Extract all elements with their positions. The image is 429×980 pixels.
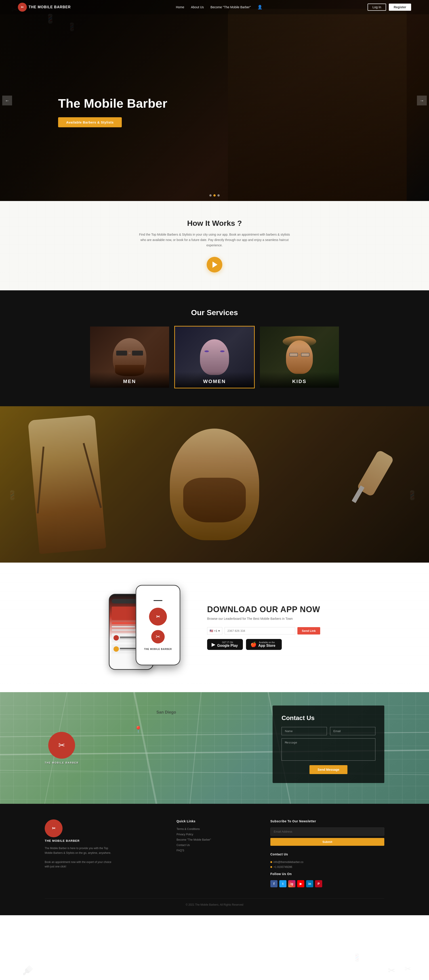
app-store-button[interactable]: 🍎 Available on the App Store bbox=[246, 639, 282, 650]
service-label-women: WOMEN bbox=[175, 372, 254, 388]
linkedin-icon[interactable]: in bbox=[306, 880, 313, 887]
facebook-icon[interactable]: f bbox=[270, 880, 277, 887]
download-description: Browse our Leaderboard for The Best Mobi… bbox=[207, 617, 320, 620]
send-link-button[interactable]: Send Link bbox=[297, 627, 320, 635]
footer-brand-description: The Mobile Barber is here to provide you… bbox=[45, 846, 112, 869]
hero-next-button[interactable]: → bbox=[417, 95, 427, 105]
service-card-kids[interactable]: KIDS bbox=[259, 326, 340, 388]
how-it-works-title: How It Works ? bbox=[45, 219, 384, 228]
nav-about[interactable]: About Us bbox=[191, 5, 204, 9]
register-button[interactable]: Register bbox=[389, 3, 411, 11]
phone-dot-icon bbox=[270, 866, 272, 868]
navbar-actions: Log In Register bbox=[368, 3, 411, 11]
footer-logo-area: ✂ THE MOBILE BARBER bbox=[45, 819, 159, 842]
email-dot-icon bbox=[270, 861, 272, 863]
phone-number-input[interactable] bbox=[225, 627, 295, 635]
country-code-selector[interactable]: 🇺🇸 +1 ▾ bbox=[207, 627, 222, 635]
footer-phone-info: +1 8193749286 bbox=[270, 865, 384, 869]
hero-dot-2[interactable] bbox=[214, 194, 215, 197]
footer-link-contact[interactable]: Contact Us bbox=[177, 843, 252, 847]
contact-message-input[interactable] bbox=[282, 738, 375, 761]
sms-row: 🇺🇸 +1 ▾ Send Link bbox=[207, 627, 320, 635]
contact-brand-name: THE MOBILE BARBER bbox=[45, 761, 79, 764]
footer-link-privacy[interactable]: Privacy Policy bbox=[177, 833, 252, 836]
phone-logo-icon: ✂ bbox=[156, 614, 160, 619]
service-label-men: MEN bbox=[90, 372, 169, 388]
newsletter-email-input[interactable] bbox=[270, 827, 384, 836]
service-card-men[interactable]: MEN bbox=[89, 326, 170, 388]
phone-logo: ✂ bbox=[149, 608, 167, 625]
barber-parallax-section bbox=[0, 406, 429, 563]
nav-become[interactable]: Become "The Mobile Barber" bbox=[211, 5, 251, 9]
download-content: DOWNLOAD OUR APP NOW Browse our Leaderbo… bbox=[207, 605, 320, 650]
hero-dot-1[interactable] bbox=[209, 194, 212, 197]
hero-content: The Mobile Barber Available Barbers & St… bbox=[0, 74, 167, 127]
copyright-text: © 2021 The Mobile Barbers. All Rights Re… bbox=[186, 903, 243, 906]
google-play-icon: ▶ bbox=[212, 642, 215, 648]
hero-cta-button[interactable]: Available Barbers & Stylists bbox=[58, 117, 122, 127]
services-grid: MEN WOMEN bbox=[45, 326, 384, 388]
footer-link-become[interactable]: Become "The Mobile Barber" bbox=[177, 838, 252, 841]
play-button[interactable] bbox=[207, 257, 222, 272]
footer-newsletter-title: Subscribe To Our Newsletter bbox=[270, 819, 384, 823]
how-it-works-description: Find the Top Mobile Barbers & Stylists i… bbox=[136, 232, 293, 248]
footer-link-terms[interactable]: Terms & Conditions bbox=[177, 827, 252, 830]
footer-email-info: info@themobilebarber.co bbox=[270, 861, 384, 864]
phone-mockup: ✂ ✂ THE MOBILE BARBER bbox=[109, 585, 180, 670]
contact-name-email-row bbox=[282, 727, 375, 735]
download-title: DOWNLOAD OUR APP NOW bbox=[207, 605, 320, 614]
login-button[interactable]: Log In bbox=[368, 3, 386, 11]
footer-quick-links-title: Quick Links bbox=[177, 819, 252, 823]
brand-name: THE MOBILE BARBER bbox=[29, 5, 71, 9]
social-icons-row: f t ig ▶ in P bbox=[270, 880, 384, 887]
svg-line-4 bbox=[190, 692, 201, 804]
store-buttons: ▶ GET IT ON Google Play 🍎 Available on t… bbox=[207, 639, 320, 650]
google-play-text: GET IT ON Google Play bbox=[217, 641, 238, 648]
hero-prev-button[interactable]: ← bbox=[2, 95, 12, 105]
app-store-text: Available on the App Store bbox=[258, 641, 275, 648]
download-section: ✂ 💈 ✂ 💈 bbox=[0, 563, 429, 692]
send-message-button[interactable]: Send Message bbox=[309, 765, 347, 774]
flag-icon: 🇺🇸 bbox=[210, 629, 213, 633]
brand-logo: ✂ bbox=[18, 3, 27, 12]
country-code: +1 bbox=[214, 629, 217, 633]
contact-form: Contact Us Send Message bbox=[273, 706, 384, 783]
footer-brand-name: THE MOBILE BARBER bbox=[45, 839, 80, 842]
phone-front-screen: ✂ ✂ THE MOBILE BARBER bbox=[136, 585, 180, 665]
footer-newsletter-col: Subscribe To Our Newsletter Submit Conta… bbox=[270, 819, 384, 887]
hero-dot-3[interactable] bbox=[217, 194, 220, 197]
twitter-icon[interactable]: t bbox=[279, 880, 287, 887]
nav-links: Home About Us Become "The Mobile Barber"… bbox=[176, 5, 262, 10]
footer-social-title: Follow Us On bbox=[270, 872, 384, 876]
google-play-button[interactable]: ▶ GET IT ON Google Play bbox=[207, 639, 243, 650]
navbar: ✂ THE MOBILE BARBER Home About Us Become… bbox=[0, 0, 429, 14]
hero-title: The Mobile Barber bbox=[58, 96, 167, 111]
how-it-works-section: ✂ 💈 ✂ 🪮 ✂ 💈 💈 How It Works ? Find the To… bbox=[0, 201, 429, 290]
youtube-icon[interactable]: ▶ bbox=[297, 880, 304, 887]
services-section: Our Services bbox=[0, 290, 429, 406]
nav-home[interactable]: Home bbox=[176, 5, 184, 9]
footer-quick-links-col: Quick Links Terms & Conditions Privacy P… bbox=[177, 819, 252, 887]
contact-name-input[interactable] bbox=[282, 727, 327, 735]
phone-front: ✂ ✂ THE MOBILE BARBER bbox=[136, 585, 180, 665]
pinterest-icon[interactable]: P bbox=[315, 880, 322, 887]
phone-brand: THE MOBILE BARBER bbox=[144, 648, 172, 651]
contact-email-input[interactable] bbox=[330, 727, 375, 735]
footer-logo: ✂ bbox=[45, 819, 62, 837]
service-label-kids: KIDS bbox=[260, 372, 339, 388]
instagram-icon[interactable]: ig bbox=[288, 880, 295, 887]
brand: ✂ THE MOBILE BARBER bbox=[18, 3, 71, 12]
footer-contact-title: Contact Us bbox=[270, 853, 384, 856]
newsletter-submit-button[interactable]: Submit bbox=[270, 838, 384, 846]
footer-brand-col: ✂ THE MOBILE BARBER The Mobile Barber is… bbox=[45, 819, 159, 887]
footer-main: ✂ THE MOBILE BARBER The Mobile Barber is… bbox=[45, 819, 384, 887]
footer-copyright: © 2021 The Mobile Barbers. All Rights Re… bbox=[45, 899, 384, 906]
services-title: Our Services bbox=[45, 308, 384, 317]
hero-section: The Mobile Barber Available Barbers & St… bbox=[0, 0, 429, 201]
footer-link-faq[interactable]: FAQ'S bbox=[177, 849, 252, 852]
footer: ✂ THE MOBILE BARBER The Mobile Barber is… bbox=[0, 804, 429, 915]
service-card-women[interactable]: WOMEN bbox=[174, 326, 255, 388]
footer-phone: +1 8193749286 bbox=[273, 865, 292, 869]
dropdown-icon: ▾ bbox=[218, 629, 220, 633]
apple-icon: 🍎 bbox=[250, 642, 257, 648]
